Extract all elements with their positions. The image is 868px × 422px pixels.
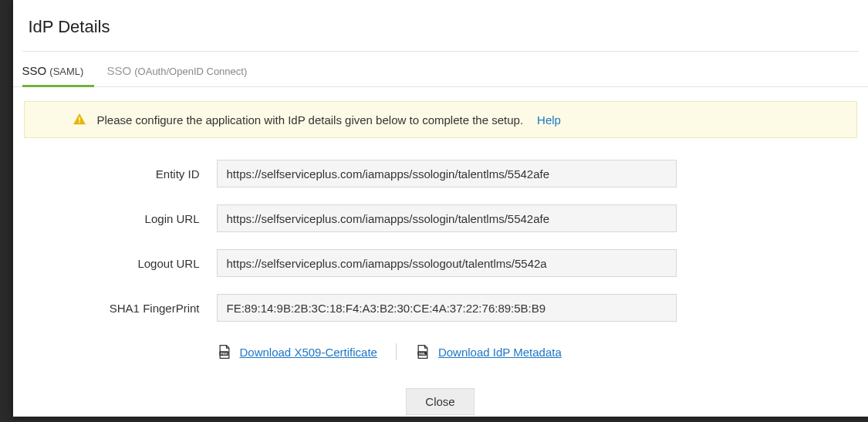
xml-file-icon: XML xyxy=(415,344,431,360)
divider xyxy=(396,343,397,360)
warning-icon xyxy=(73,113,86,127)
idp-details-dialog: IdP Details SSO (SAML) SSO (OAuth/OpenID… xyxy=(13,0,868,417)
svg-text:PEM: PEM xyxy=(220,352,228,356)
download-metadata-link[interactable]: Download IdP Metadata xyxy=(438,346,562,359)
label-sha1: SHA1 FingerPrint xyxy=(36,302,217,315)
tab-sublabel: (OAuth/OpenID Connect) xyxy=(134,66,247,77)
row-sha1: SHA1 FingerPrint xyxy=(36,294,845,322)
input-sha1[interactable] xyxy=(217,294,677,322)
download-cert-link[interactable]: Download X509-Certificate xyxy=(240,346,377,359)
label-logout-url: Logout URL xyxy=(36,257,217,270)
svg-rect-1 xyxy=(79,122,80,123)
download-row: PEM Download X509-Certificate XML Downlo… xyxy=(217,339,845,360)
svg-text:XML: XML xyxy=(419,352,426,356)
svg-rect-0 xyxy=(79,117,80,121)
tab-label: SSO xyxy=(22,64,47,77)
tabs: SSO (SAML) SSO (OAuth/OpenID Connect) xyxy=(13,56,868,87)
row-login-url: Login URL xyxy=(36,204,845,232)
download-metadata-group: XML Download IdP Metadata xyxy=(415,344,562,360)
close-row: Close xyxy=(36,388,845,415)
idp-form: Entity ID Login URL Logout URL SHA1 Fing… xyxy=(13,160,868,415)
input-logout-url[interactable] xyxy=(217,249,677,277)
tab-sso-saml[interactable]: SSO (SAML) xyxy=(22,56,95,87)
input-login-url[interactable] xyxy=(217,204,677,232)
label-login-url: Login URL xyxy=(36,212,217,225)
download-cert-group: PEM Download X509-Certificate xyxy=(217,344,377,360)
dialog-title: IdP Details xyxy=(22,0,868,51)
help-link[interactable]: Help xyxy=(537,113,561,127)
tab-sso-oidc[interactable]: SSO (OAuth/OpenID Connect) xyxy=(106,56,258,87)
row-entity-id: Entity ID xyxy=(36,160,845,187)
tab-sublabel: (SAML) xyxy=(49,66,83,77)
divider xyxy=(22,51,859,52)
alert-text: Please configure the application with Id… xyxy=(97,113,524,127)
close-button[interactable]: Close xyxy=(406,388,474,415)
row-logout-url: Logout URL xyxy=(36,249,845,277)
tab-label: SSO xyxy=(106,64,131,77)
input-entity-id[interactable] xyxy=(217,160,677,187)
pem-file-icon: PEM xyxy=(217,344,232,360)
label-entity-id: Entity ID xyxy=(36,167,217,181)
setup-alert: Please configure the application with Id… xyxy=(24,101,857,138)
